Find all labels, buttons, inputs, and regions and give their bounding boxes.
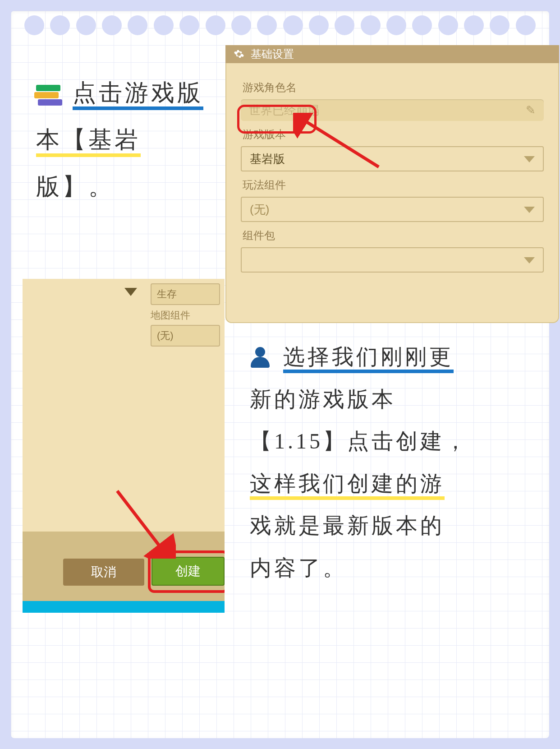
bottom-accent-bar (23, 601, 225, 613)
map-module-select[interactable]: (无) (151, 325, 220, 347)
create-screenshot: 生存 地图组件 (无) 取消 创建 (23, 279, 225, 613)
person-icon (250, 347, 271, 368)
character-name-input[interactable]: 世界已经崩塌 (241, 99, 544, 121)
spiral-binding (11, 15, 549, 42)
note-bottom-line5: 戏就是最新版本的 (250, 504, 556, 547)
note-top: 点击游戏版 本【基岩 版】。 (36, 69, 216, 210)
chevron-down-icon (524, 156, 535, 162)
game-version-label: 游戏版本 (243, 127, 542, 142)
play-module-select[interactable]: (无) (241, 197, 544, 222)
note-bottom-line4: 这样我们创建的游 (250, 472, 445, 500)
note-top-line2: 本【基岩 (36, 127, 141, 157)
note-top-line3: 版】。 (36, 163, 216, 210)
game-version-select[interactable]: 基岩版 (241, 146, 544, 171)
note-bottom-line6: 内容了。 (250, 547, 556, 589)
component-pack-select[interactable] (241, 247, 544, 273)
settings-titlebar: 基础设置 (225, 45, 559, 63)
note-bottom-line1: 选择我们刚刚更 (283, 345, 454, 373)
chevron-down-icon (524, 257, 535, 264)
create-button[interactable]: 创建 (151, 557, 225, 586)
game-mode-value: 生存 (157, 288, 177, 300)
note-top-line1: 点击游戏版 (73, 80, 203, 110)
cancel-button[interactable]: 取消 (63, 559, 144, 586)
chevron-down-icon (524, 207, 535, 213)
settings-screenshot: 基础设置 游戏角色名 世界已经崩塌 游戏版本 基岩版 玩法组件 (无) 组件包 (225, 45, 559, 323)
character-name-value: 世界已经崩塌 (249, 103, 319, 117)
note-bottom-line2: 新的游戏版本 (250, 378, 556, 421)
play-module-label: 玩法组件 (243, 178, 542, 192)
component-pack-label: 组件包 (243, 228, 542, 243)
character-name-label: 游戏角色名 (243, 80, 542, 95)
map-module-label: 地图组件 (151, 309, 220, 322)
chevron-down-icon (124, 288, 137, 296)
map-module-value: (无) (157, 330, 174, 341)
game-mode-select[interactable]: 生存 (151, 283, 220, 305)
note-bottom-line3: 【1.15】点击创建， (250, 420, 556, 462)
game-version-value: 基岩版 (250, 152, 285, 166)
create-footer: 取消 创建 (23, 532, 225, 613)
books-icon (36, 83, 60, 107)
create-button-label: 创建 (175, 564, 201, 578)
settings-title: 基础设置 (251, 48, 294, 60)
gear-icon (234, 49, 244, 60)
play-module-value: (无) (250, 203, 269, 216)
notebook-paper: 点击游戏版 本【基岩 版】。 基础设置 游戏角色名 世界已经崩塌 游戏版本 基岩… (11, 11, 549, 738)
create-left-pane (23, 279, 154, 532)
note-bottom: 选择我们刚刚更 新的游戏版本 【1.15】点击创建， 这样我们创建的游 戏就是最… (250, 336, 556, 589)
cancel-button-label: 取消 (91, 565, 116, 579)
